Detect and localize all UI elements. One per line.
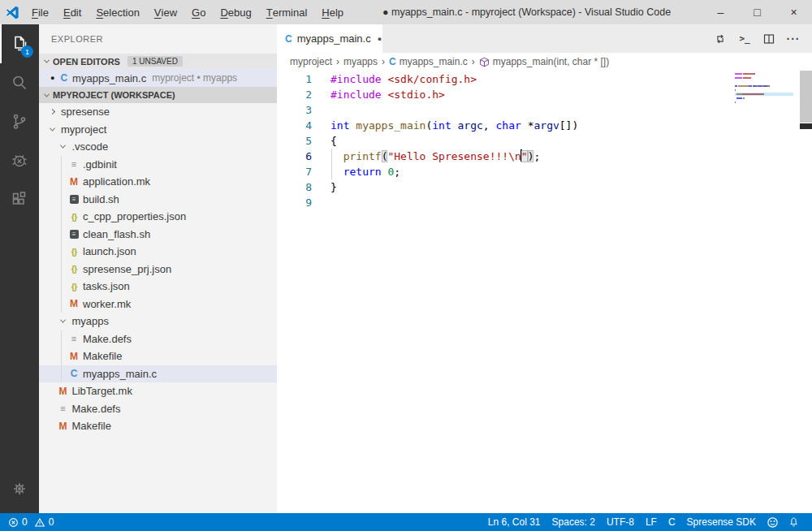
file-icon: ≡ [71,334,76,343]
tree-item-spresense[interactable]: spresense [39,103,277,121]
tree-item-c-cpp-properties-json[interactable]: {}c_cpp_properties.json [39,208,277,226]
line-number[interactable]: 7 [277,164,312,179]
tree-item-vscode[interactable]: .vscode [39,138,277,156]
minimap-line [735,77,793,79]
line-number[interactable]: 1 [277,71,312,87]
tree-item-label: LibTarget.mk [72,385,132,397]
open-editors-header[interactable]: OPEN EDITORS 1 UNSAVED [39,54,277,69]
terminal-icon[interactable]: >_ [732,24,757,53]
tree-item-worker-mk[interactable]: Mworker.mk [39,296,277,313]
code-line-9[interactable]: 9 [277,195,812,210]
code-line-8[interactable]: 8} [277,179,812,195]
code-line-2[interactable]: 2#include <stdio.h> [277,87,812,102]
breadcrumb-myapps[interactable]: myapps [343,56,378,67]
close-button[interactable]: × [775,0,812,24]
line-number[interactable]: 5 [277,133,312,149]
tree-item-make-defs[interactable]: ≡Make.defs [39,400,277,418]
workspace-header[interactable]: MPYROJECT (WORKSPACE) [39,87,277,103]
breadcrumb-myapps-main-int-char[interactable]: myapps_main(int, char * []) [479,56,609,67]
tree-item-gdbinit[interactable]: ≡.gdbinit [39,156,277,174]
makefile-icon: M [70,176,78,188]
line-number[interactable]: 8 [277,179,312,195]
code-text: #include <sdk/config.h> [330,71,477,87]
status-language-mode[interactable]: C [663,516,681,528]
activity-search[interactable] [0,63,39,102]
tree-item-label: .vscode [72,140,109,153]
debug-icon [10,151,29,171]
open-editor-myapps-main-c[interactable]: ● C myapps_main.c myproject • myapps [39,69,277,87]
menu-selection[interactable]: Selection [89,0,146,24]
indent-guide [331,149,332,164]
menu-go[interactable]: Go [184,0,213,24]
status-notifications[interactable] [784,516,804,528]
code-line-6[interactable]: 6 printf("Hello Spresense!!!\n"); [277,149,812,164]
line-number[interactable]: 2 [277,87,312,102]
split-editor-icon[interactable] [757,24,781,53]
status-spresense-sdk[interactable]: Spresense SDK [681,516,762,528]
minimap[interactable] [735,71,793,110]
breadcrumb-myproject[interactable]: myproject [290,56,332,67]
tree-item-myapps[interactable]: myapps [39,313,277,330]
code-line-1[interactable]: 1#include <sdk/config.h> [277,71,812,87]
minimize-button[interactable]: – [702,0,739,24]
activity-manage[interactable] [0,469,39,508]
status-encoding[interactable]: UTF-8 [601,516,640,528]
json-icon: {} [71,212,77,222]
tree-item-label: .gdbinit [83,158,117,171]
tree-item-tasks-json[interactable]: {}tasks.json [39,278,277,296]
menu-view[interactable]: View [147,0,184,24]
breadcrumb-label: myapps [343,56,378,67]
line-number[interactable]: 4 [277,118,312,133]
open-editor-label: myapps_main.c [72,72,146,84]
menu-edit[interactable]: Edit [56,0,89,24]
menu-help[interactable]: Help [314,0,351,24]
activity-source-control[interactable] [0,102,39,141]
menu-debug[interactable]: Debug [213,0,258,24]
status-cursor-position[interactable]: Ln 6, Col 31 [482,516,546,528]
activity-explorer[interactable]: 1 [0,24,39,63]
explorer-badge: 1 [21,45,33,58]
gear-icon [11,480,28,498]
status-feedback[interactable] [762,516,784,529]
maximize-button[interactable]: □ [739,0,775,24]
tree-item-myproject[interactable]: myproject [39,121,277,139]
tree-item-build-sh[interactable]: ≡build.sh [39,191,277,209]
tab-myapps-main-c[interactable]: C myapps_main.c ● [277,24,382,53]
tree-item-makefile[interactable]: MMakefile [39,417,277,435]
code-line-7[interactable]: 7 return 0; [277,164,812,179]
more-actions-icon[interactable]: ··· [781,24,806,53]
tree-item-spresense-prj-json[interactable]: {}spresense_prj.json [39,261,277,278]
c-file-icon: C [60,72,67,84]
dirty-indicator-icon[interactable]: ● [378,35,382,43]
line-number[interactable]: 6 [277,149,312,164]
status-indentation[interactable]: Spaces: 2 [546,516,601,528]
menu-terminal[interactable]: Terminal [259,0,315,24]
tree-item-myapps-main-c[interactable]: Cmyapps_main.c [39,365,277,383]
tree-item-make-defs[interactable]: ≡Make.defs [39,330,277,348]
scrollbar-slider[interactable] [800,71,812,123]
code-editor[interactable]: 1#include <sdk/config.h>2#include <stdio… [277,71,812,513]
code-line-4[interactable]: 4int myapps_main(int argc, char *argv[]) [277,118,812,133]
activity-extensions[interactable] [0,180,39,219]
minimap-line [735,89,793,91]
sync-icon[interactable] [708,24,732,53]
tree-item-makefile[interactable]: MMakefile [39,348,277,365]
code-line-3[interactable]: 3 [277,102,812,118]
workspace-label: MPYROJECT (WORKSPACE) [53,90,175,100]
activity-debug[interactable] [0,141,39,180]
menu-file[interactable]: File [24,0,56,24]
tree-item-launch-json[interactable]: {}launch.json [39,243,277,261]
overview-ruler-cursor-marker [800,123,812,129]
status-eol[interactable]: LF [640,516,663,528]
line-number[interactable]: 3 [277,102,312,118]
problems-indicator[interactable]: 0 0 [8,516,54,528]
tree-item-clean-flash-sh[interactable]: ≡clean_flash.sh [39,226,277,244]
line-number[interactable]: 9 [277,195,312,210]
dirty-indicator-icon[interactable]: ● [50,74,54,82]
editor-scrollbar[interactable] [800,71,812,513]
tree-item-application-mk[interactable]: Mapplication.mk [39,173,277,191]
tree-item-label: c_cpp_properties.json [83,210,186,222]
code-line-5[interactable]: 5{ [277,133,812,149]
tree-item-libtarget-mk[interactable]: MLibTarget.mk [39,382,277,400]
breadcrumb-myapps-main-c[interactable]: Cmyapps_main.c [389,56,468,67]
